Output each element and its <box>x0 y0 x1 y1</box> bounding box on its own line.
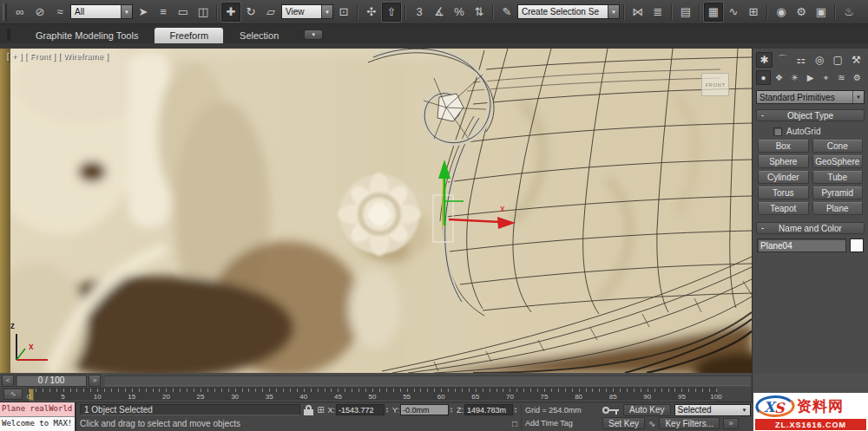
key-mode-dropdown[interactable]: Selected ▼ <box>674 404 751 416</box>
listener-output-line[interactable]: Welcome to MAX! <box>0 416 75 431</box>
category-helpers-icon[interactable]: ⌖ <box>819 70 833 85</box>
key-filters-button[interactable]: Key Filters... <box>659 417 720 429</box>
mirror-icon[interactable]: ⋈ <box>628 3 648 22</box>
selection-filter-dropdown[interactable]: All ▼ <box>70 4 133 19</box>
teapot-button[interactable]: Teapot <box>758 202 809 215</box>
y-spinner[interactable]: ▲▼ <box>450 407 453 414</box>
open-mini-curve-editor-icon[interactable]: ∿ <box>3 389 23 400</box>
object-name-field[interactable]: Plane04 <box>757 238 846 252</box>
add-time-tag[interactable]: Add Time Tag <box>521 418 597 429</box>
trackbar-ruler[interactable]: 0510152025303540455055606570758085909510… <box>28 388 717 402</box>
trackbar-tick <box>201 389 201 392</box>
keyboard-shortcut-override-icon[interactable]: ⇧ <box>382 3 401 22</box>
rendered-frame-window-icon[interactable]: ▣ <box>812 3 831 22</box>
snap-toggle-3d-icon[interactable]: 3 <box>410 3 429 22</box>
viewport-front-wireframe[interactable]: [ + ] [ Front ] [ Wireframe ] FRONT x z … <box>0 49 752 373</box>
y-coordinate-field[interactable]: -0.0mm <box>400 404 449 415</box>
listener-macro-line[interactable]: Plane realWorld <box>0 402 75 416</box>
spinner-snap-icon[interactable]: ⇅ <box>470 3 489 22</box>
ribbon-drag-handle[interactable] <box>7 29 10 41</box>
render-production-icon[interactable]: ♨ <box>839 3 858 22</box>
x-coordinate-field[interactable]: -1543.772 <box>336 404 385 415</box>
align-icon[interactable]: ≣ <box>648 3 667 22</box>
geometry-category-dropdown[interactable]: Standard Primitives ▼ <box>756 90 865 104</box>
object-type-rollout-header[interactable]: - Object Type <box>756 109 865 121</box>
isolate-selection-icon[interactable]: □ <box>512 419 517 428</box>
set-key-button[interactable]: Set Key <box>602 417 645 429</box>
category-shapes-icon[interactable]: ❖ <box>772 70 786 85</box>
toolbar-drag-handle[interactable] <box>3 3 7 21</box>
category-systems-icon[interactable]: ⚙ <box>850 70 865 85</box>
select-and-rotate-icon[interactable]: ↻ <box>241 3 260 22</box>
tube-button[interactable]: Tube <box>812 171 864 184</box>
tab-hierarchy[interactable]: ⚏ <box>792 52 809 68</box>
select-and-link-icon[interactable]: ∞ <box>10 3 30 22</box>
viewcube[interactable]: FRONT <box>701 73 729 96</box>
time-slider-track[interactable] <box>105 375 750 386</box>
trackbar-tick <box>242 389 243 392</box>
sphere-button[interactable]: Sphere <box>758 155 809 168</box>
curve-editor-icon[interactable]: ∿ <box>724 3 743 22</box>
select-object-icon[interactable]: ➤ <box>134 3 153 22</box>
select-by-name-icon[interactable]: ≡ <box>154 3 173 22</box>
absolute-mode-icon[interactable]: ⊞ <box>317 405 324 415</box>
tab-graphite-modeling-tools[interactable]: Graphite Modeling Tools <box>21 28 153 43</box>
previous-frame-button[interactable]: < <box>2 375 14 387</box>
auto-key-button[interactable]: Auto Key <box>623 404 671 416</box>
trackbar-tick <box>139 389 140 392</box>
unlink-selection-icon[interactable]: ⊘ <box>30 3 49 22</box>
material-editor-icon[interactable]: ◉ <box>772 3 791 22</box>
schematic-view-icon[interactable]: ⊞ <box>744 3 763 22</box>
x-spinner[interactable]: ▲▼ <box>385 407 389 414</box>
z-spinner[interactable]: ▲▼ <box>514 407 517 414</box>
tab-create[interactable]: ✱ <box>756 52 773 68</box>
render-setup-icon[interactable]: ⚙ <box>792 3 811 22</box>
use-pivot-point-icon[interactable]: ⊡ <box>334 3 353 22</box>
viewport-label[interactable]: [ + ] [ Front ] [ Wireframe ] <box>7 52 108 61</box>
pyramid-button[interactable]: Pyramid <box>812 186 864 199</box>
tab-modify[interactable]: ⌒ <box>774 52 791 68</box>
cylinder-button[interactable]: Cylinder <box>758 171 809 184</box>
edit-named-selection-sets-icon[interactable]: ✎ <box>497 3 516 22</box>
cone-button[interactable]: Cone <box>812 140 864 153</box>
next-frame-button[interactable]: > <box>89 375 101 387</box>
autogrid-checkbox[interactable] <box>773 127 782 136</box>
tab-selection[interactable]: Selection <box>225 28 293 43</box>
window-crossing-icon[interactable]: ◫ <box>194 3 213 22</box>
named-selection-set-dropdown[interactable]: Create Selection Se ▼ <box>517 4 620 19</box>
layer-manager-icon[interactable]: ▤ <box>676 3 695 22</box>
tab-utilities[interactable]: ⚒ <box>848 52 865 68</box>
rectangular-selection-region-icon[interactable]: ▭ <box>174 3 193 22</box>
category-spacewarps-icon[interactable]: ≋ <box>834 70 849 85</box>
reference-coordinate-dropdown[interactable]: View ▼ <box>281 4 333 19</box>
geosphere-button[interactable]: GeoSphere <box>812 155 864 168</box>
tab-freeform[interactable]: Freeform <box>155 28 223 43</box>
z-coordinate-field[interactable]: 1494.783m <box>464 404 513 415</box>
torus-button[interactable]: Torus <box>758 186 809 199</box>
object-color-swatch[interactable] <box>850 238 864 252</box>
category-geometry-icon[interactable]: ● <box>756 70 771 85</box>
category-cameras-icon[interactable]: ▶ <box>803 70 818 85</box>
select-and-move-icon[interactable]: ✚ <box>221 3 240 22</box>
selection-lock-icon[interactable] <box>304 405 313 415</box>
plane-button[interactable]: Plane <box>812 202 864 215</box>
ribbon-minimize-button[interactable]: ▼ <box>304 29 323 40</box>
maxscript-mini-listener[interactable]: Plane realWorld Welcome to MAX! <box>0 402 76 431</box>
time-slider-frame-display[interactable]: 0 / 100 <box>16 375 87 387</box>
tab-display[interactable]: ▢ <box>830 52 846 68</box>
command-panel-tabs: ✱ ⌒ ⚏ ◎ ▢ ⚒ <box>756 51 865 69</box>
percent-snap-icon[interactable]: % <box>450 3 469 22</box>
select-and-manipulate-icon[interactable]: ✣ <box>362 3 381 22</box>
angle-snap-icon[interactable]: ∡ <box>430 3 449 22</box>
graphite-ribbon-toggle-icon[interactable]: ▦ <box>704 3 723 22</box>
tab-motion[interactable]: ◎ <box>812 52 828 68</box>
go-to-end-button[interactable]: » <box>723 418 739 429</box>
bind-to-space-warp-icon[interactable]: ≈ <box>50 3 69 22</box>
select-and-scale-icon[interactable]: ▱ <box>261 3 280 22</box>
grid-size-display: Grid = 254.0mm <box>521 404 597 415</box>
name-color-rollout-header[interactable]: - Name and Color <box>756 222 865 234</box>
new-key-curve-icon[interactable]: ∿ <box>648 419 655 428</box>
box-button[interactable]: Box <box>758 140 809 153</box>
trackbar-tick <box>592 389 593 392</box>
category-lights-icon[interactable]: ☀ <box>787 70 802 85</box>
